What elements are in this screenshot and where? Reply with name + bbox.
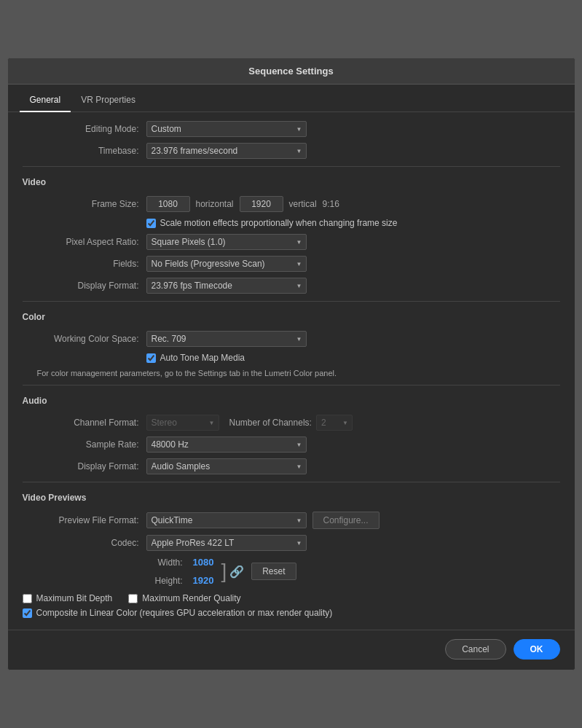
composite-linear-checkbox[interactable] [23,608,32,618]
width-value: 1080 [193,557,214,568]
codec-select[interactable]: Apple ProRes 422 LT [146,535,307,551]
video-section-header: Video [23,177,560,190]
scale-motion-row: Scale motion effects proportionally when… [146,218,560,228]
link-icon: 🔗 [229,565,244,579]
preview-format-select[interactable]: QuickTime [146,512,307,528]
editing-mode-label: Editing Mode: [23,124,139,134]
num-channels-label: Number of Channels: [229,418,312,428]
configure-button[interactable]: Configure... [312,512,380,529]
fields-row: Fields: No Fields (Progressive Scan) [23,256,560,272]
sample-rate-row: Sample Rate: 48000 Hz [23,437,560,453]
vertical-label: vertical [289,199,317,209]
editing-mode-row: Editing Mode: Custom [23,121,560,137]
bottom-checkboxes: Maximum Bit Depth Maximum Render Quality… [23,593,560,618]
max-bit-depth-label[interactable]: Maximum Bit Depth [36,593,113,603]
width-label: Width: [146,557,183,568]
audio-section-header: Audio [23,396,560,409]
working-color-select-wrapper: Rec. 709 [146,331,307,347]
frame-size-controls: horizontal vertical 9:16 [146,196,339,212]
composite-linear-label[interactable]: Composite in Linear Color (requires GPU … [36,608,333,618]
audio-display-format-row: Display Format: Audio Samples [23,458,560,474]
scale-motion-label[interactable]: Scale motion effects proportionally when… [160,218,398,228]
scale-motion-checkbox[interactable] [146,219,156,228]
frame-size-label: Frame Size: [23,199,139,209]
height-row: Height: 1920 [146,575,214,586]
channel-format-select: Stereo [146,415,219,431]
video-previews-header: Video Previews [23,493,560,506]
working-color-select[interactable]: Rec. 709 [146,331,307,347]
dialog-content: Editing Mode: Custom Timebase: 23.976 fr… [8,112,575,630]
codec-label: Codec: [23,538,139,548]
video-display-format-wrapper: 23.976 fps Timecode [146,278,307,294]
editing-mode-select-wrapper: Custom [146,121,307,137]
auto-tone-map-row: Auto Tone Map Media [146,353,560,363]
fields-select[interactable]: No Fields (Progressive Scan) [146,256,307,272]
audio-display-format-wrapper: Audio Samples [146,458,307,474]
sequence-settings-dialog: Sequence Settings General VR Properties … [7,58,575,670]
previews-divider [23,482,560,482]
cancel-button[interactable]: Cancel [445,639,506,659]
pixel-aspect-select-wrapper: Square Pixels (1.0) [146,234,307,250]
sample-rate-select-wrapper: 48000 Hz [146,437,307,453]
working-color-row: Working Color Space: Rec. 709 [23,331,560,347]
auto-tone-map-checkbox[interactable] [146,353,156,363]
tab-vr-properties[interactable]: VR Properties [71,90,146,112]
video-divider [23,166,560,167]
working-color-label: Working Color Space: [23,334,139,344]
bracket-icon: ] [221,561,227,582]
fields-select-wrapper: No Fields (Progressive Scan) [146,256,307,272]
composite-linear-row: Composite in Linear Color (requires GPU … [23,608,560,618]
codec-row: Codec: Apple ProRes 422 LT [23,535,560,551]
bracket-area: ] 🔗 [221,561,244,582]
preview-format-label: Preview File Format: [23,515,139,525]
width-row: Width: 1080 [146,557,214,568]
color-divider [23,301,560,302]
num-channels-select-wrapper: 2 [316,415,353,431]
codec-select-wrapper: Apple ProRes 422 LT [146,535,307,551]
max-render-quality-checkbox[interactable] [128,594,138,603]
frame-size-row: Frame Size: horizontal vertical 9:16 [23,196,560,212]
height-label: Height: [146,576,183,586]
timebase-select-wrapper: 23.976 frames/second [146,143,307,159]
sample-rate-label: Sample Rate: [23,439,139,450]
frame-size-h-input[interactable] [146,196,190,212]
timebase-select[interactable]: 23.976 frames/second [146,143,307,159]
horizontal-label: horizontal [196,199,234,209]
frame-size-v-input[interactable] [240,196,283,212]
timebase-label: Timebase: [23,146,139,156]
pixel-aspect-row: Pixel Aspect Ratio: Square Pixels (1.0) [23,234,560,250]
dialog-title: Sequence Settings [8,58,575,85]
ok-button[interactable]: OK [514,639,560,659]
timebase-row: Timebase: 23.976 frames/second [23,143,560,159]
pixel-aspect-select[interactable]: Square Pixels (1.0) [146,234,307,250]
video-display-format-row: Display Format: 23.976 fps Timecode [23,278,560,294]
audio-divider [23,385,560,385]
sample-rate-select[interactable]: 48000 Hz [146,437,307,453]
num-channels-select: 2 [316,415,353,431]
height-value: 1920 [193,575,214,586]
channel-format-label: Channel Format: [23,418,139,428]
dialog-buttons: Cancel OK [8,630,575,670]
audio-display-format-select[interactable]: Audio Samples [146,458,307,474]
preview-format-row: Preview File Format: QuickTime Configure… [23,512,560,529]
video-display-format-label: Display Format: [23,281,139,291]
audio-display-format-label: Display Format: [23,461,139,471]
editing-mode-select[interactable]: Custom [146,121,307,137]
auto-tone-map-label[interactable]: Auto Tone Map Media [160,353,245,363]
preview-format-select-wrapper: QuickTime [146,512,307,528]
tab-bar: General VR Properties [8,85,575,112]
fields-label: Fields: [23,259,139,269]
channel-format-row: Channel Format: Stereo Number of Channel… [23,415,560,431]
max-bit-depth-row: Maximum Bit Depth Maximum Render Quality [23,593,560,603]
color-section-header: Color [23,312,560,325]
max-bit-depth-checkbox[interactable] [23,594,32,603]
color-info-text: For color management parameters, go to t… [37,369,560,377]
reset-button[interactable]: Reset [251,563,296,580]
aspect-ratio-label: 9:16 [323,199,339,209]
max-render-quality-label[interactable]: Maximum Render Quality [142,593,240,603]
video-display-format-select[interactable]: 23.976 fps Timecode [146,278,307,294]
pixel-aspect-label: Pixel Aspect Ratio: [23,237,139,247]
channel-format-select-wrapper: Stereo [146,415,219,431]
wh-labels: Width: 1080 Height: 1920 [146,557,214,586]
tab-general[interactable]: General [20,90,71,112]
